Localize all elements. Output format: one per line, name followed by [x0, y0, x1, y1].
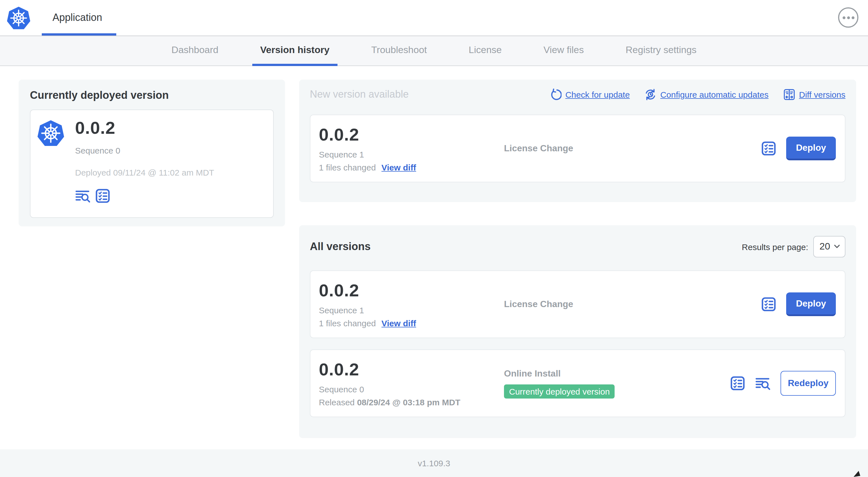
files-changed-label: 1 files changed [319, 318, 376, 328]
version-source-label: Online Install [504, 368, 730, 379]
version-sequence: Sequence 1 [319, 305, 504, 315]
app-logo-icon [7, 6, 30, 30]
app-title-tab[interactable]: Application [53, 0, 102, 35]
results-per-page-label: Results per page: [742, 242, 808, 251]
tab-troubleshoot[interactable]: Troubleshoot [364, 36, 435, 66]
deployed-sequence: Sequence 0 [75, 146, 214, 155]
section-nav-tabs: Dashboard Version history Troubleshoot L… [0, 36, 868, 66]
tab-version-history[interactable]: Version history [252, 36, 338, 66]
version-sequence: Sequence 0 [319, 384, 504, 394]
deployed-timestamp: Deployed 09/11/24 @ 11:02 am MDT [75, 168, 214, 177]
new-version-panel: New version available Check for update C… [299, 80, 856, 202]
version-number: 0.0.2 [319, 360, 504, 380]
version-sequence: Sequence 1 [319, 150, 504, 159]
schedule-update-icon [645, 89, 656, 100]
version-source-label: License Change [504, 143, 761, 153]
checklist-icon[interactable] [761, 296, 777, 312]
version-row: 0.0.2 Sequence 0 Released 08/29/24 @ 03:… [310, 350, 845, 417]
deployed-version-number: 0.0.2 [75, 118, 214, 138]
logs-icon[interactable] [755, 376, 771, 391]
app-logo-icon [37, 119, 64, 147]
currently-deployed-heading: Currently deployed version [30, 89, 274, 101]
all-versions-heading: All versions [310, 240, 371, 253]
diff-versions-link[interactable]: Diff versions [783, 89, 845, 100]
deploy-button[interactable]: Deploy [786, 292, 836, 316]
new-version-heading: New version available [310, 89, 409, 100]
files-changed-label: 1 files changed [319, 162, 376, 172]
currently-deployed-panel: Currently deployed version 0.0.2 Sequenc… [19, 80, 285, 226]
new-version-card: 0.0.2 Sequence 1 1 files changed View di… [310, 115, 845, 182]
diff-icon [783, 89, 795, 100]
version-number: 0.0.2 [319, 280, 504, 301]
refresh-icon [550, 89, 561, 100]
all-versions-panel: All versions Results per page: 20 0.0.2 … [299, 225, 856, 438]
app-title-active-underline [42, 33, 116, 35]
deploy-button[interactable]: Deploy [786, 137, 836, 160]
console-version: v1.109.3 [417, 458, 450, 468]
view-diff-link[interactable]: View diff [381, 318, 416, 328]
checklist-icon[interactable] [730, 376, 746, 391]
checklist-icon[interactable] [95, 188, 111, 204]
checklist-icon[interactable] [761, 141, 777, 156]
top-header-bar: Application [0, 0, 868, 36]
ellipsis-icon [842, 16, 845, 19]
check-for-update-link[interactable]: Check for update [550, 89, 630, 100]
version-source-label: License Change [504, 299, 761, 309]
logs-icon[interactable] [75, 188, 91, 204]
results-per-page-select[interactable]: 20 [813, 236, 845, 258]
tab-license[interactable]: License [461, 36, 509, 66]
chevron-down-icon [834, 243, 840, 250]
released-timestamp: Released 08/29/24 @ 03:18 pm MDT [319, 397, 504, 407]
version-row: 0.0.2 Sequence 1 1 files changed View di… [310, 270, 845, 338]
currently-deployed-card: 0.0.2 Sequence 0 Deployed 09/11/24 @ 11:… [30, 110, 274, 218]
kots-admin-console: Application Dashboard Version history Tr… [0, 0, 868, 477]
redeploy-button[interactable]: Redeploy [780, 371, 836, 396]
ellipsis-menu-button[interactable] [838, 7, 859, 28]
view-diff-link[interactable]: View diff [381, 162, 416, 172]
tab-registry-settings[interactable]: Registry settings [618, 36, 704, 66]
configure-automatic-updates-link[interactable]: Configure automatic updates [645, 89, 769, 100]
currently-deployed-badge: Currently deployed version [504, 384, 615, 398]
version-number: 0.0.2 [319, 125, 504, 145]
tab-dashboard[interactable]: Dashboard [164, 36, 226, 66]
footer-bar: v1.109.3 [0, 449, 868, 477]
tab-view-files[interactable]: View files [535, 36, 592, 66]
